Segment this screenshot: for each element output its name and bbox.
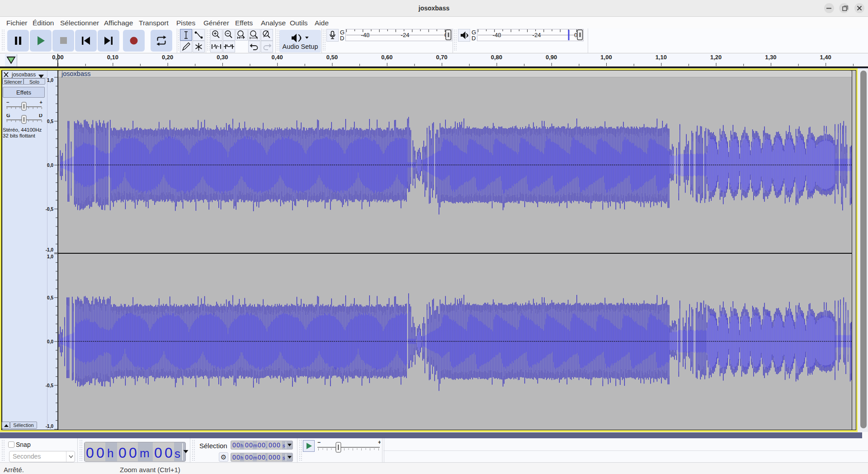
svg-text:0: 0 — [165, 445, 173, 461]
svg-text:h: h — [241, 443, 243, 448]
svg-text:0: 0 — [245, 454, 249, 461]
svg-text:0: 0 — [277, 441, 280, 449]
svg-text:m: m — [140, 446, 150, 460]
svg-text:0: 0 — [236, 454, 240, 461]
svg-text:0: 0 — [269, 441, 272, 449]
svg-text:0: 0 — [262, 441, 265, 449]
svg-text:0: 0 — [277, 454, 280, 461]
svg-text:,: , — [266, 455, 267, 460]
svg-text:0: 0 — [249, 441, 253, 449]
svg-text:0: 0 — [236, 441, 240, 449]
svg-text:0: 0 — [258, 454, 261, 461]
svg-text:,: , — [266, 443, 267, 448]
svg-text:0: 0 — [232, 441, 236, 449]
svg-text:0: 0 — [118, 445, 127, 461]
svg-text:0: 0 — [273, 454, 276, 461]
svg-text:0: 0 — [232, 454, 236, 461]
svg-text:0: 0 — [258, 441, 261, 449]
svg-text:0: 0 — [96, 445, 104, 461]
svg-text:−: − — [317, 440, 321, 446]
svg-text:0: 0 — [262, 454, 265, 461]
svg-text:s: s — [283, 455, 285, 460]
svg-text:s: s — [283, 443, 285, 448]
svg-text:0: 0 — [86, 445, 94, 461]
svg-text:0: 0 — [245, 441, 249, 449]
svg-text:0: 0 — [249, 454, 253, 461]
svg-text:0: 0 — [273, 441, 276, 449]
svg-text:m: m — [253, 443, 257, 448]
svg-text:h: h — [241, 455, 243, 460]
svg-text:0: 0 — [129, 445, 137, 461]
svg-text:h: h — [107, 446, 113, 460]
svg-text:+: + — [378, 440, 381, 446]
svg-text:0: 0 — [154, 445, 162, 461]
svg-text:0: 0 — [269, 454, 272, 461]
svg-text:m: m — [253, 455, 257, 460]
svg-text:s: s — [175, 447, 180, 460]
